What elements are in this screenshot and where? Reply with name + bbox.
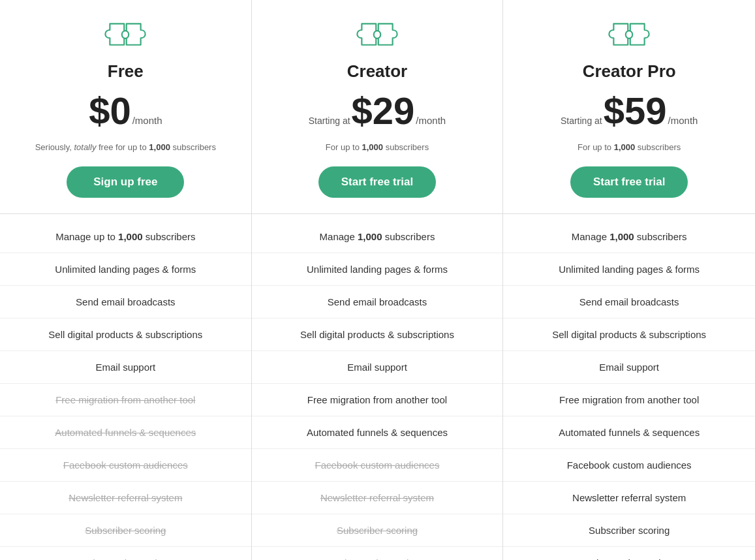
feature-row-free-6: Automated funnels & sequences [0, 416, 251, 449]
plan-header-free: Free$0/monthSeriously, totally free for … [0, 0, 251, 214]
plan-name-free: Free [108, 61, 144, 82]
feature-row-creator-pro-0: Manage 1,000 subscribers [503, 221, 755, 253]
feature-row-free-1: Unlimited landing pages & forms [0, 253, 251, 286]
price-amount-creator-pro: $59 [604, 92, 667, 130]
feature-row-creator-8: Newsletter referral system [252, 482, 503, 514]
feature-row-creator-5: Free migration from another tool [252, 384, 503, 416]
feature-row-free-9: Subscriber scoring [0, 514, 251, 547]
feature-row-creator-pro-9: Subscriber scoring [503, 514, 755, 547]
feature-row-creator-9: Subscriber scoring [252, 514, 503, 547]
price-period-creator: /month [416, 116, 446, 125]
feature-row-creator-pro-3: Sell digital products & subscriptions [503, 319, 755, 351]
plan-col-creator-pro: Creator ProStarting at $59/monthFor up t… [503, 0, 755, 560]
price-period-creator-pro: /month [668, 116, 698, 125]
feature-row-creator-pro-4: Email support [503, 351, 755, 384]
feature-row-free-5: Free migration from another tool [0, 384, 251, 416]
price-amount-free: $0 [89, 92, 131, 130]
feature-row-free-0: Manage up to 1,000 subscribers [0, 221, 251, 253]
feature-row-creator-7: Facebook custom audiences [252, 449, 503, 482]
feature-row-free-10: Advanced reporting [0, 547, 251, 560]
feature-row-creator-0: Manage 1,000 subscribers [252, 221, 503, 253]
feature-row-creator-pro-2: Send email broadcasts [503, 286, 755, 319]
features-list-creator-pro: Manage 1,000 subscribersUnlimited landin… [503, 214, 755, 560]
puzzle-icon-free [102, 20, 148, 61]
features-list-creator: Manage 1,000 subscribersUnlimited landin… [252, 214, 503, 560]
feature-row-creator-pro-7: Facebook custom audiences [503, 449, 755, 482]
feature-row-creator-10: Advanced reporting [252, 547, 503, 560]
plan-header-creator: CreatorStarting at $29/monthFor up to 1,… [252, 0, 503, 214]
plan-price-block-creator-pro: Starting at $59/month [561, 92, 698, 135]
puzzle-icon-creator [354, 20, 400, 61]
feature-row-creator-3: Sell digital products & subscriptions [252, 319, 503, 351]
plan-subtitle-creator: For up to 1,000 subscribers [326, 142, 429, 153]
plan-name-creator-pro: Creator Pro [583, 61, 676, 82]
feature-row-creator-6: Automated funnels & sequences [252, 416, 503, 449]
plan-col-creator: CreatorStarting at $29/monthFor up to 1,… [252, 0, 504, 560]
feature-row-creator-4: Email support [252, 351, 503, 384]
plan-header-creator-pro: Creator ProStarting at $59/monthFor up t… [503, 0, 755, 214]
cta-button-creator[interactable]: Start free trial [318, 166, 436, 198]
feature-row-creator-pro-10: Advanced reporting [503, 547, 755, 560]
feature-row-free-2: Send email broadcasts [0, 286, 251, 319]
features-list-free: Manage up to 1,000 subscribersUnlimited … [0, 214, 251, 560]
cta-button-free[interactable]: Sign up free [67, 166, 184, 198]
starting-at-label-creator: Starting at [309, 116, 350, 125]
plan-subtitle-free: Seriously, totally free for up to 1,000 … [35, 142, 216, 153]
plan-name-creator: Creator [347, 61, 407, 82]
plan-col-free: Free$0/monthSeriously, totally free for … [0, 0, 252, 560]
starting-at-label-creator-pro: Starting at [561, 116, 602, 125]
feature-row-free-4: Email support [0, 351, 251, 384]
feature-row-creator-pro-1: Unlimited landing pages & forms [503, 253, 755, 286]
plan-price-block-creator: Starting at $29/month [309, 92, 446, 135]
cta-button-creator-pro[interactable]: Start free trial [570, 166, 688, 198]
feature-row-creator-2: Send email broadcasts [252, 286, 503, 319]
puzzle-icon-creator-pro [606, 20, 652, 61]
plan-subtitle-creator-pro: For up to 1,000 subscribers [578, 142, 681, 153]
price-period-free: /month [132, 116, 162, 125]
feature-row-free-3: Sell digital products & subscriptions [0, 319, 251, 351]
feature-row-free-7: Facebook custom audiences [0, 449, 251, 482]
feature-row-creator-pro-6: Automated funnels & sequences [503, 416, 755, 449]
feature-row-creator-pro-5: Free migration from another tool [503, 384, 755, 416]
feature-row-creator-pro-8: Newsletter referral system [503, 482, 755, 514]
feature-row-free-8: Newsletter referral system [0, 482, 251, 514]
pricing-table: Free$0/monthSeriously, totally free for … [0, 0, 755, 560]
price-amount-creator: $29 [352, 92, 415, 130]
plan-price-block-free: $0/month [89, 92, 162, 135]
feature-row-creator-1: Unlimited landing pages & forms [252, 253, 503, 286]
